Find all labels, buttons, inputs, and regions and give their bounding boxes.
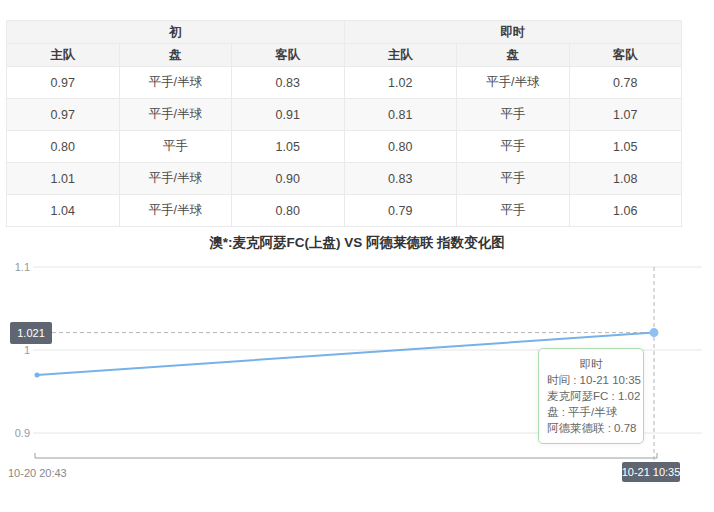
odds-cell: 平手/半球: [119, 67, 232, 99]
col-header-handicap-live: 盘: [457, 44, 570, 67]
tooltip-line: 盘 : 平手/半球: [547, 404, 635, 420]
x-axis-line: [35, 453, 657, 458]
odds-cell: 平手: [457, 99, 570, 131]
tooltip-lines: 时间 : 10-21 10:35麦克阿瑟FC : 1.02盘 : 平手/半球阿德…: [547, 372, 635, 436]
y-tick-1: 1: [0, 344, 30, 356]
y-tick-1.1: 1.1: [0, 261, 30, 273]
table-row: 0.80平手1.050.80平手1.05: [7, 131, 682, 163]
odds-cell: 0.81: [344, 99, 457, 131]
odds-cell: 0.83: [344, 163, 457, 195]
odds-cell: 1.01: [7, 163, 120, 195]
odds-cell: 0.80: [232, 195, 345, 227]
odds-cell: 1.08: [569, 163, 682, 195]
x-axis-start-label: 10-20 20:43: [8, 467, 67, 479]
start-point-dot: [35, 372, 40, 377]
odds-cell: 0.97: [7, 67, 120, 99]
odds-cell: 0.91: [232, 99, 345, 131]
odds-cell: 0.78: [569, 67, 682, 99]
odds-cell: 0.80: [7, 131, 120, 163]
tooltip-line: 阿德莱德联 : 0.78: [547, 420, 635, 436]
current-time-badge: 10-21 10:35: [622, 462, 680, 482]
table-row: 0.97平手/半球0.831.02平手/半球0.78: [7, 67, 682, 99]
table-row: 1.01平手/半球0.900.83平手1.08: [7, 163, 682, 195]
odds-cell: 1.02: [344, 67, 457, 99]
odds-cell: 1.05: [569, 131, 682, 163]
col-header-home-live: 主队: [344, 44, 457, 67]
tooltip-title: 即时: [547, 356, 635, 372]
odds-cell: 1.04: [7, 195, 120, 227]
odds-cell: 0.97: [7, 99, 120, 131]
y-tick-0.9: 0.9: [0, 427, 30, 439]
tooltip-line: 麦克阿瑟FC : 1.02: [547, 388, 635, 404]
column-header-row: 主队 盘 客队 主队 盘 客队: [7, 44, 682, 67]
odds-table-head: 初 即时 主队 盘 客队 主队 盘 客队: [7, 21, 682, 67]
odds-table: 初 即时 主队 盘 客队 主队 盘 客队 0.97平手/半球0.831.02平手…: [6, 20, 682, 227]
odds-cell: 平手/半球: [119, 99, 232, 131]
end-point-dot[interactable]: [650, 328, 659, 337]
tooltip-line: 时间 : 10-21 10:35: [547, 372, 635, 388]
odds-cell: 平手: [457, 131, 570, 163]
odds-cell: 平手: [457, 195, 570, 227]
col-header-handicap-initial: 盘: [119, 44, 232, 67]
chart-tooltip: 即时 时间 : 10-21 10:35麦克阿瑟FC : 1.02盘 : 平手/半…: [538, 348, 644, 444]
odds-cell: 0.90: [232, 163, 345, 195]
col-header-away-live: 客队: [569, 44, 682, 67]
odds-cell: 1.05: [232, 131, 345, 163]
odds-cell: 平手/半球: [119, 195, 232, 227]
odds-cell: 0.79: [344, 195, 457, 227]
chart-title: 澳*:麦克阿瑟FC(上盘) VS 阿德莱德联 指数变化图: [0, 234, 714, 252]
odds-page: 初 即时 主队 盘 客队 主队 盘 客队 0.97平手/半球0.831.02平手…: [0, 0, 714, 512]
odds-cell: 0.83: [232, 67, 345, 99]
odds-cell: 平手/半球: [119, 163, 232, 195]
odds-cell: 1.06: [569, 195, 682, 227]
odds-cell: 平手/半球: [457, 67, 570, 99]
group-header-live: 即时: [344, 21, 682, 44]
odds-cell: 平手: [457, 163, 570, 195]
group-header-row: 初 即时: [7, 21, 682, 44]
group-header-initial: 初: [7, 21, 345, 44]
table-row: 1.04平手/半球0.800.79平手1.06: [7, 195, 682, 227]
odds-table-body: 0.97平手/半球0.831.02平手/半球0.780.97平手/半球0.910…: [7, 67, 682, 227]
odds-cell: 平手: [119, 131, 232, 163]
current-value-badge: 1.021: [10, 322, 52, 344]
odds-cell: 1.07: [569, 99, 682, 131]
table-row: 0.97平手/半球0.910.81平手1.07: [7, 99, 682, 131]
col-header-away-initial: 客队: [232, 44, 345, 67]
odds-cell: 0.80: [344, 131, 457, 163]
col-header-home-initial: 主队: [7, 44, 120, 67]
